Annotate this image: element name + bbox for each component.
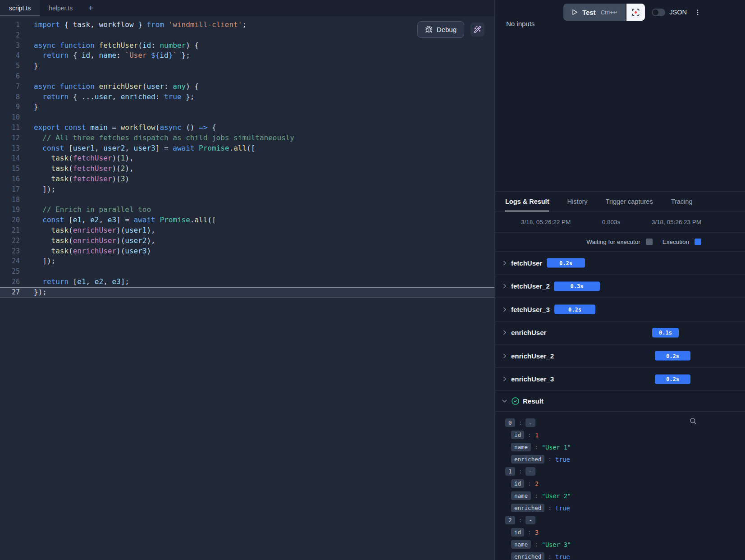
colon-separator: : bbox=[519, 517, 522, 523]
code-line-5[interactable]: 5} bbox=[0, 61, 494, 71]
play-icon bbox=[571, 9, 578, 16]
result-entry-name: name:"User 2" bbox=[505, 490, 701, 502]
ai-assistant-button[interactable] bbox=[471, 23, 484, 37]
job-row-fetchUser_3[interactable]: fetchUser_30.2s bbox=[495, 298, 745, 321]
test-button[interactable]: Test Ctrl+↵ bbox=[563, 4, 626, 21]
code-line-14[interactable]: 14 task(fetchUser)(1), bbox=[0, 153, 494, 164]
code-text: async function enrichUser(user: any) { bbox=[20, 82, 199, 92]
code-text: task(enrichUser)(user2), bbox=[20, 236, 155, 246]
code-text: const [user1, user2, user3] = await Prom… bbox=[20, 143, 255, 154]
editor-tab-script-ts[interactable]: script.ts bbox=[0, 0, 40, 16]
code-line-11[interactable]: 11export const main = workflow(async () … bbox=[0, 123, 494, 133]
code-line-9[interactable]: 9} bbox=[0, 102, 494, 112]
code-line-13[interactable]: 13 const [user1, user2, user3] = await P… bbox=[0, 143, 494, 154]
code-line-17[interactable]: 17 ]); bbox=[0, 184, 494, 195]
json-toggle[interactable] bbox=[652, 9, 665, 16]
result-key-chip[interactable]: 1 bbox=[505, 467, 515, 476]
result-key-chip: name bbox=[511, 443, 531, 451]
code-line-15[interactable]: 15 task(fetchUser)(2), bbox=[0, 164, 494, 174]
legend-swatch bbox=[695, 239, 701, 245]
editor-tabbar: script.tshelper.ts+ bbox=[0, 0, 494, 16]
line-number: 5 bbox=[0, 61, 20, 71]
result-entry-enriched: enriched:true bbox=[505, 453, 701, 465]
chevron-right-icon bbox=[501, 329, 508, 336]
job-row-enrichUser_2[interactable]: enrichUser_20.2s bbox=[495, 344, 745, 368]
timeline-legend: Waiting for executorExecution bbox=[495, 233, 745, 252]
panel-tab-history[interactable]: History bbox=[567, 192, 587, 211]
panel-tab-logs-result[interactable]: Logs & Result bbox=[505, 192, 549, 211]
result-value: "User 2" bbox=[542, 492, 571, 500]
job-name: enrichUser_2 bbox=[511, 352, 554, 360]
editor-tab-helper-ts[interactable]: helper.ts bbox=[40, 0, 82, 16]
code-line-24[interactable]: 24 ]); bbox=[0, 256, 494, 266]
line-number: 2 bbox=[0, 30, 20, 41]
job-row-fetchUser_2[interactable]: fetchUser_20.3s bbox=[495, 275, 745, 298]
code-line-27[interactable]: 27}); bbox=[0, 287, 494, 298]
test-up-to-button[interactable] bbox=[626, 4, 645, 21]
debug-button[interactable]: Debug bbox=[417, 21, 464, 38]
colon-separator: : bbox=[535, 492, 538, 499]
job-name: fetchUser bbox=[511, 259, 542, 267]
code-line-16[interactable]: 16 task(fetchUser)(3) bbox=[0, 174, 494, 184]
test-shortcut: Ctrl+↵ bbox=[601, 9, 618, 16]
test-button-group: Test Ctrl+↵ bbox=[563, 4, 645, 21]
code-line-21[interactable]: 21 task(enrichUser)(user1), bbox=[0, 225, 494, 236]
job-row-enrichUser[interactable]: enrichUser0.1s bbox=[495, 321, 745, 345]
search-result-button[interactable] bbox=[689, 417, 697, 425]
run-panel: No inputs Test Ctrl+↵ bbox=[495, 0, 745, 560]
code-line-12[interactable]: 12 // All three fetches dispatch as chil… bbox=[0, 133, 494, 143]
collapse-toggle-chip[interactable]: - bbox=[526, 467, 535, 476]
code-line-7[interactable]: 7async function enrichUser(user: any) { bbox=[0, 82, 494, 92]
panel-tabbar: Logs & ResultHistoryTrigger capturesTrac… bbox=[495, 191, 745, 211]
bug-icon bbox=[425, 26, 433, 33]
chevron-right-icon bbox=[501, 353, 508, 359]
code-text: task(enrichUser)(user1), bbox=[20, 225, 155, 236]
job-duration-badge: 0.2s bbox=[554, 305, 595, 314]
line-number: 19 bbox=[0, 205, 20, 215]
code-line-23[interactable]: 23 task(enrichUser)(user3) bbox=[0, 246, 494, 257]
code-line-8[interactable]: 8 return { ...user, enriched: true }; bbox=[0, 92, 494, 102]
colon-separator: : bbox=[548, 456, 552, 463]
code-text bbox=[20, 71, 34, 82]
code-text: }); bbox=[20, 287, 47, 298]
job-duration-badge: 0.2s bbox=[655, 374, 690, 384]
collapse-toggle-chip[interactable]: - bbox=[526, 418, 535, 427]
success-check-icon bbox=[511, 397, 520, 405]
result-key-chip: id bbox=[511, 528, 524, 537]
code-text: export const main = workflow(async () =>… bbox=[20, 123, 216, 133]
result-key-chip[interactable]: 2 bbox=[505, 516, 515, 524]
job-row-fetchUser[interactable]: fetchUser0.2s bbox=[495, 252, 745, 275]
legend-item: Execution bbox=[663, 239, 701, 245]
colon-separator: : bbox=[528, 480, 531, 487]
panel-tab-trigger-captures[interactable]: Trigger captures bbox=[606, 192, 653, 211]
collapse-toggle-chip[interactable]: - bbox=[526, 516, 535, 524]
more-options-button[interactable] bbox=[694, 8, 701, 17]
code-line-26[interactable]: 26 return [e1, e2, e3]; bbox=[0, 277, 494, 287]
new-tab-button[interactable]: + bbox=[82, 0, 100, 16]
legend-item: Waiting for executor bbox=[586, 239, 653, 245]
colon-separator: : bbox=[535, 444, 538, 450]
code-line-20[interactable]: 20 const [e1, e2, e3] = await Promise.al… bbox=[0, 215, 494, 225]
panel-tab-tracing[interactable]: Tracing bbox=[671, 192, 693, 211]
app-window: script.tshelper.ts+ 1import { task, work… bbox=[0, 0, 745, 560]
result-row[interactable]: Result bbox=[495, 391, 745, 412]
job-row-enrichUser_3[interactable]: enrichUser_30.2s bbox=[495, 368, 745, 391]
line-number: 16 bbox=[0, 174, 20, 184]
code-text: ]); bbox=[20, 256, 55, 266]
job-duration-badge: 0.2s bbox=[547, 258, 585, 268]
result-key-chip[interactable]: 0 bbox=[505, 418, 515, 427]
code-line-3[interactable]: 3async function fetchUser(id: number) { bbox=[0, 41, 494, 51]
line-number: 26 bbox=[0, 277, 20, 287]
editor-pane: script.tshelper.ts+ 1import { task, work… bbox=[0, 0, 494, 560]
code-line-6[interactable]: 6 bbox=[0, 71, 494, 82]
code-line-19[interactable]: 19 // Enrich in parallel too bbox=[0, 205, 494, 215]
code-line-4[interactable]: 4 return { id, name: `User ${id}` }; bbox=[0, 50, 494, 61]
code-line-25[interactable]: 25 bbox=[0, 266, 494, 277]
code-line-22[interactable]: 22 task(enrichUser)(user2), bbox=[0, 236, 494, 246]
colon-separator: : bbox=[528, 529, 531, 536]
code-line-10[interactable]: 10 bbox=[0, 112, 494, 123]
code-line-18[interactable]: 18 bbox=[0, 195, 494, 205]
line-number: 6 bbox=[0, 71, 20, 82]
code-editor[interactable]: 1import { task, workflow } from 'windmil… bbox=[0, 16, 494, 560]
result-entry-enriched: enriched:true bbox=[505, 551, 701, 560]
